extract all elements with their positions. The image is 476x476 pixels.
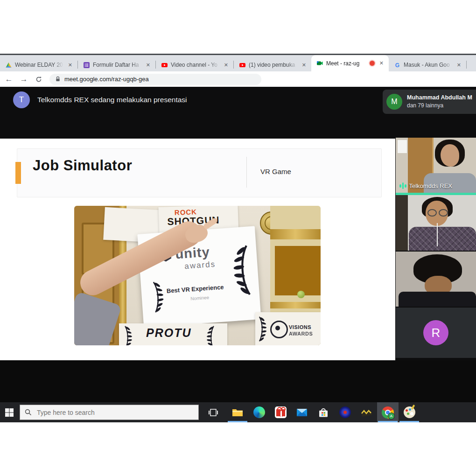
audio-indicator-icon <box>399 182 406 189</box>
speaker-label: Telkomdds REX <box>399 182 452 189</box>
tab-title: Formulir Daftar Ha <box>93 62 141 68</box>
file-explorer-button[interactable] <box>227 402 248 422</box>
browser-toolbar: ← → meet.google.com/raz-ugqb-gea <box>0 71 476 87</box>
person-torso <box>409 227 476 251</box>
laurel-icon <box>151 279 165 315</box>
tab-meet-active[interactable]: Meet - raz-ug ✕ <box>311 55 389 71</box>
youtube-icon <box>161 62 168 68</box>
tab-webinar-elday[interactable]: Webinar ELDAY 20 ✕ <box>0 58 77 71</box>
tab-video-channel[interactable]: Video channel - Yo ✕ <box>156 58 233 71</box>
glasses-icon <box>427 209 437 217</box>
visions-sub-text: AWARDS <box>289 331 313 336</box>
back-button[interactable]: ← <box>3 73 15 85</box>
utility-app-button[interactable] <box>356 402 377 422</box>
mail-button[interactable] <box>291 402 313 422</box>
drive-icon <box>6 62 12 68</box>
tab-close-icon[interactable]: ✕ <box>301 62 308 69</box>
store-icon <box>317 406 329 419</box>
tab-video-pembuka[interactable]: (1) video pembuka ✕ <box>234 58 311 71</box>
slide-divider <box>246 157 247 188</box>
wall-calendar <box>398 140 407 153</box>
tab-close-icon[interactable]: ✕ <box>223 62 230 69</box>
participant-avatar: R <box>423 320 448 345</box>
store-button[interactable] <box>313 402 334 422</box>
windows-logo-icon <box>5 408 14 417</box>
awards-text: awards <box>184 260 216 272</box>
speaker-name: Telkomdds REX <box>409 182 452 189</box>
paint3d-button[interactable] <box>399 402 420 422</box>
chrome-button[interactable]: A <box>377 402 399 422</box>
green-pin <box>297 291 305 298</box>
laurel-icon <box>206 325 216 345</box>
media-app-icon <box>339 406 351 418</box>
tab-masuk-akun[interactable]: G Masuk - Akun Goo ✕ <box>389 58 466 71</box>
lock-icon <box>55 76 61 82</box>
tab-close-icon[interactable]: ✕ <box>455 62 462 69</box>
tab-formulir[interactable]: Formulir Daftar Ha ✕ <box>78 58 155 71</box>
stage-letterbox <box>0 360 476 402</box>
windows-taskbar: A <box>0 402 476 422</box>
participant-avatar: M <box>386 94 402 110</box>
address-bar[interactable]: meet.google.com/raz-ugqb-gea <box>49 74 261 85</box>
presenting-banner-text: Telkomdds REX sedang melakukan presentas… <box>37 96 187 104</box>
edge-icon <box>253 406 265 418</box>
task-view-icon <box>208 407 218 418</box>
browser-tab-strip: Webinar ELDAY 20 ✕ Formulir Daftar Ha ✕ … <box>0 55 476 71</box>
tab-title: Meet - raz-ug <box>326 60 366 67</box>
participants-pill[interactable]: M Muhammad Abdullah M dan 79 lainnya <box>383 90 476 114</box>
forms-icon <box>84 62 90 68</box>
tab-close-icon[interactable]: ✕ <box>378 60 385 67</box>
video-tile-4[interactable]: R <box>396 308 476 358</box>
protu-poster: PROTU <box>119 323 227 345</box>
zigzag-app-icon <box>360 407 373 418</box>
slide-category: VR Game <box>260 168 291 175</box>
presentation-stage: Job Simulator VR Game ROCK SHOTGUN <box>0 139 395 360</box>
offers-app-button[interactable] <box>270 402 291 422</box>
bookshelf-bg <box>396 195 408 251</box>
video-tile-2[interactable] <box>396 195 476 251</box>
taskbar-search[interactable] <box>20 405 199 420</box>
presenter-avatar: T <box>13 91 30 108</box>
award-title-text: Best VR Experience <box>166 283 224 294</box>
reload-icon <box>35 76 42 83</box>
recording-dot-icon <box>370 61 375 66</box>
gift-icon <box>275 406 287 418</box>
task-view-button[interactable] <box>203 402 224 422</box>
participant-name: Muhammad Abdullah M <box>407 94 472 101</box>
edge-button[interactable] <box>248 402 270 422</box>
tab-title: Video channel - Yo <box>171 62 219 68</box>
presentation-photo: ROCK SHOTGUN unity awards <box>74 206 321 345</box>
forward-button[interactable]: → <box>18 73 30 85</box>
earphone-cable <box>437 223 438 246</box>
tab-close-icon[interactable]: ✕ <box>67 62 74 69</box>
mail-icon <box>296 406 308 419</box>
google-icon: G <box>394 62 400 68</box>
video-tile-3[interactable] <box>396 252 476 307</box>
search-input[interactable] <box>36 408 173 417</box>
title-accent-bar <box>15 162 21 184</box>
video-tile-speaker[interactable]: Telkomdds REX <box>396 138 476 193</box>
tab-title: (1) video pembuka <box>249 62 297 68</box>
visions-logo-icon <box>270 321 288 338</box>
reload-button[interactable] <box>33 73 45 85</box>
person-face <box>441 144 459 167</box>
start-button[interactable] <box>0 402 19 422</box>
tab-title: Masuk - Akun Goo <box>404 62 452 68</box>
tab-divider <box>466 61 467 69</box>
svg-text:G: G <box>395 62 399 68</box>
media-app-button[interactable] <box>334 402 356 422</box>
slide-title: Job Simulator <box>33 157 132 174</box>
chrome-icon: A <box>382 406 394 419</box>
paint-palette-icon <box>404 406 415 418</box>
tab-title: Webinar ELDAY 20 <box>15 62 63 68</box>
laurel-icon <box>257 316 267 342</box>
visions-poster: VISIONS AWARDS <box>255 312 321 345</box>
award-sub-text: Nominee <box>190 295 210 301</box>
glasses-icon <box>439 209 448 217</box>
url-text: meet.google.com/raz-ugqb-gea <box>64 76 149 83</box>
tab-close-icon[interactable]: ✕ <box>145 62 152 69</box>
file-explorer-icon <box>231 406 244 419</box>
laurel-icon <box>123 325 133 345</box>
chrome-profile-badge: A <box>388 413 395 420</box>
laurel-icon <box>231 239 254 301</box>
